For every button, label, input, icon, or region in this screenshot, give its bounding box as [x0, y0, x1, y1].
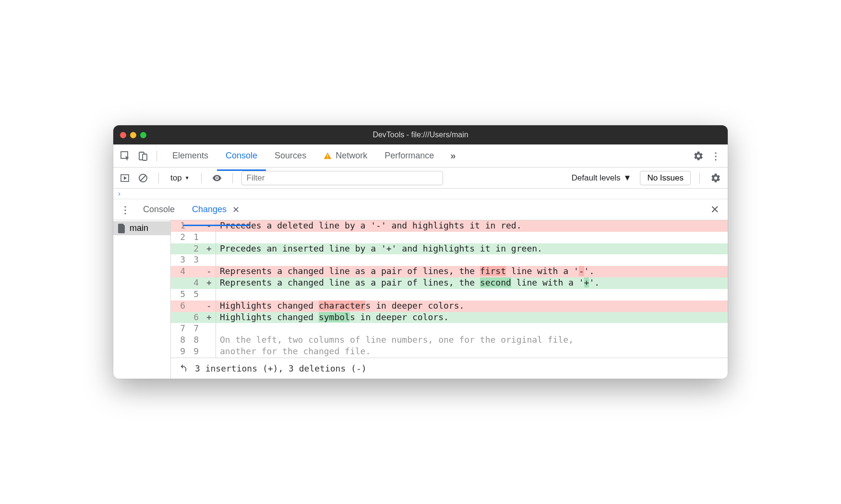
line-number-changed: 6 [188, 312, 203, 324]
file-icon [118, 224, 126, 233]
tab-elements[interactable]: Elements [164, 146, 217, 166]
line-number-changed [188, 300, 203, 312]
drawer-more-icon[interactable]: ⋮ [118, 203, 132, 217]
diff-code [216, 323, 728, 335]
tab-performance[interactable]: Performance [376, 146, 443, 166]
clear-console-icon[interactable] [136, 171, 150, 185]
minimize-window-button[interactable] [130, 132, 136, 138]
diff-marker [203, 346, 216, 358]
line-number-changed [188, 220, 203, 232]
diff-line: 33 [171, 254, 728, 266]
main-toolbar: Elements Console Sources Network Perform… [113, 144, 728, 168]
file-tree-item[interactable]: main [113, 221, 170, 235]
line-number-original [171, 277, 188, 289]
diff-line: 99another for the changed file. [171, 346, 728, 358]
diff-code: Highlights changed symbols in deeper col… [216, 312, 728, 324]
devtools-window: DevTools - file:///Users/main Elements C… [113, 125, 728, 379]
diff-marker [203, 254, 216, 266]
device-toggle-icon[interactable] [135, 149, 150, 163]
line-number-original: 6 [171, 300, 188, 312]
tab-sources[interactable]: Sources [266, 146, 315, 166]
diff-code [216, 254, 728, 266]
diff-line: 77 [171, 323, 728, 335]
log-levels-selector[interactable]: Default levels ▼ [568, 173, 636, 183]
line-number-original: 7 [171, 323, 188, 335]
revert-icon[interactable] [178, 363, 188, 374]
more-options-icon[interactable]: ⋮ [709, 149, 723, 163]
line-number-original: 8 [171, 335, 188, 346]
diff-code: Precedes a deleted line by a '-' and hig… [216, 220, 728, 232]
context-selector-label: top [170, 173, 182, 183]
drawer-tabs: Console Changes ✕ [134, 198, 250, 221]
changes-panel: main 1-Precedes a deleted line by a '-' … [113, 220, 728, 379]
diff-line: 6-Highlights changed characters in deepe… [171, 300, 728, 312]
inspect-element-icon[interactable] [118, 149, 132, 163]
diff-line: 21 [171, 232, 728, 243]
line-number-changed: 3 [188, 254, 203, 266]
drawer-tab-changes-label: Changes [192, 204, 227, 215]
diff-code: Precedes an inserted line by a '+' and h… [216, 243, 728, 255]
file-tree: main [113, 220, 171, 379]
drawer-tab-console[interactable]: Console [134, 200, 183, 219]
drawer-tab-changes[interactable]: Changes ✕ [183, 198, 250, 221]
console-subtoolbar: top ▼ Default levels ▼ No Issues [113, 168, 728, 189]
diff-marker: - [203, 300, 216, 312]
tab-console[interactable]: Console [217, 146, 266, 166]
diff-marker [203, 323, 216, 335]
warning-icon [324, 152, 332, 160]
diff-code: Represents a changed line as a pair of l… [216, 266, 728, 277]
live-expression-eye-icon[interactable] [210, 171, 224, 185]
more-tabs-button[interactable]: » [443, 150, 463, 161]
diff-footer: 3 insertions (+), 3 deletions (-) [171, 358, 728, 379]
console-settings-gear-icon[interactable] [709, 171, 723, 185]
diff-content[interactable]: 1-Precedes a deleted line by a '-' and h… [171, 220, 728, 358]
diff-code [216, 232, 728, 243]
diff-line: 88On the left, two columns of line numbe… [171, 335, 728, 346]
line-number-original: 4 [171, 266, 188, 277]
drawer-header: ⋮ Console Changes ✕ ✕ [113, 199, 728, 220]
toolbar-divider [156, 151, 157, 161]
toggle-console-sidebar-icon[interactable] [118, 171, 132, 185]
line-number-original: 5 [171, 289, 188, 300]
diff-code: another for the changed file. [216, 346, 728, 358]
diff-marker: - [203, 266, 216, 277]
close-window-button[interactable] [120, 132, 126, 138]
diff-code: Represents a changed line as a pair of l… [216, 277, 728, 289]
close-drawer-icon[interactable]: ✕ [707, 202, 723, 218]
window-title: DevTools - file:///Users/main [372, 131, 468, 139]
tab-network[interactable]: Network [315, 146, 376, 166]
diff-marker: + [203, 243, 216, 255]
settings-gear-icon[interactable] [691, 149, 706, 163]
svg-rect-3 [327, 155, 328, 157]
diff-line: 4-Represents a changed line as a pair of… [171, 266, 728, 277]
context-selector[interactable]: top ▼ [168, 173, 192, 183]
diff-line: 6+Highlights changed symbols in deeper c… [171, 312, 728, 324]
filter-input[interactable] [241, 171, 443, 185]
line-number-changed [188, 266, 203, 277]
diff-code [216, 289, 728, 300]
diff-line: 1-Precedes a deleted line by a '-' and h… [171, 220, 728, 232]
console-divider [158, 173, 159, 183]
traffic-lights [120, 132, 146, 138]
close-tab-icon[interactable]: ✕ [230, 203, 241, 217]
line-number-changed: 7 [188, 323, 203, 335]
diff-summary: 3 insertions (+), 3 deletions (-) [195, 363, 367, 373]
titlebar: DevTools - file:///Users/main [113, 125, 728, 144]
diff-marker [203, 289, 216, 300]
tab-network-label: Network [336, 151, 367, 161]
diff-marker: + [203, 277, 216, 289]
line-number-original: 9 [171, 346, 188, 358]
console-divider-2 [201, 173, 202, 183]
zoom-window-button[interactable] [140, 132, 146, 138]
line-number-original [171, 312, 188, 324]
diff-line: 55 [171, 289, 728, 300]
line-number-original: 2 [171, 232, 188, 243]
log-levels-label: Default levels [572, 173, 621, 183]
svg-point-8 [216, 177, 218, 179]
diff-code: Highlights changed characters in deeper … [216, 300, 728, 312]
svg-rect-4 [327, 157, 328, 158]
diff-marker [203, 335, 216, 346]
issues-button[interactable]: No Issues [640, 171, 691, 185]
svg-rect-2 [143, 154, 147, 160]
chevron-down-icon: ▼ [624, 173, 632, 183]
